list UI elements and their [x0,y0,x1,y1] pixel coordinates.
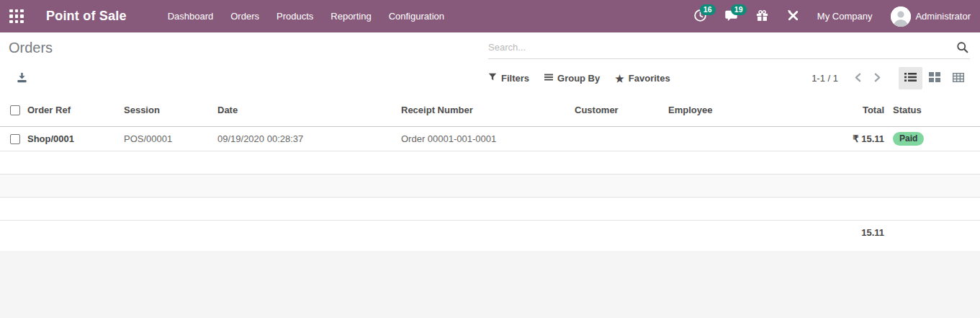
cell-total[interactable]: ₹ 15.11 [762,126,887,151]
favorites-button[interactable]: ★ Favorites [615,73,670,84]
main-menu: Dashboard Orders Products Reporting Conf… [166,8,460,25]
menu-reporting[interactable]: Reporting [329,8,372,25]
activity-count-badge: 16 [700,4,716,15]
cell-date[interactable]: 09/19/2020 00:28:37 [217,126,401,151]
message-count-badge: 19 [731,4,747,15]
navbar-systray: 16 19 [680,0,971,32]
crossed-tools-icon [786,9,800,25]
filters-label: Filters [501,73,529,84]
column-header-employee[interactable]: Employee [668,94,762,126]
apps-menu-icon[interactable] [9,9,24,24]
empty-row [0,197,980,220]
column-header-status[interactable]: Status [887,94,980,126]
gift-button[interactable] [751,0,773,32]
avatar [891,6,911,27]
pager-previous-button[interactable] [848,70,868,87]
user-menu[interactable]: Administrator [891,6,971,27]
kanban-view-button[interactable] [922,67,946,89]
pivot-view-icon [953,73,964,84]
user-name: Administrator [915,11,971,22]
cell-receipt-number[interactable]: Order 00001-001-0001 [401,126,575,151]
search-input[interactable] [488,42,955,53]
top-navbar: Point of Sale Dashboard Orders Products … [0,0,980,32]
favorites-label: Favorites [629,73,670,84]
status-badge: Paid [893,132,924,146]
cell-session[interactable]: POS/00001 [124,126,217,151]
messages-button[interactable]: 19 [720,0,742,32]
download-icon [16,71,28,86]
group-by-button[interactable]: Group By [544,73,600,84]
menu-configuration[interactable]: Configuration [387,8,446,25]
export-button[interactable] [13,69,31,89]
select-all-checkbox[interactable] [10,105,20,115]
empty-row [0,174,980,197]
control-panel: Orders [0,32,980,94]
kanban-view-icon [929,72,940,84]
column-header-session[interactable]: Session [124,94,217,126]
chevron-left-icon [854,73,862,84]
tools-button[interactable] [782,0,804,32]
menu-dashboard[interactable]: Dashboard [166,8,215,25]
menu-orders[interactable]: Orders [229,8,261,25]
pager: 1-1 / 1 [812,70,887,87]
cell-status[interactable]: Paid [887,126,980,151]
group-by-label: Group By [557,73,600,84]
funnel-icon [488,73,497,84]
cell-order-ref[interactable]: Shop/0001 [27,126,124,151]
activities-button[interactable]: 16 [689,0,711,32]
cell-customer[interactable] [575,126,668,151]
row-checkbox[interactable] [10,134,20,144]
cell-employee[interactable] [668,126,762,151]
view-switcher [899,67,970,89]
column-header-receipt-number[interactable]: Receipt Number [401,94,575,126]
star-icon: ★ [615,74,624,83]
pager-next-button[interactable] [868,70,887,87]
filters-button[interactable]: Filters [488,73,529,84]
list-view-button[interactable] [899,67,922,89]
menu-products[interactable]: Products [275,8,315,25]
app-title[interactable]: Point of Sale [46,9,127,24]
search-icon[interactable] [955,40,970,55]
search-bar [488,37,970,59]
chevron-right-icon [873,73,881,84]
column-header-total[interactable]: Total [762,94,887,126]
table-header-row: Order Ref Session Date Receipt Number Cu… [0,94,980,126]
triple-bars-icon [544,73,553,84]
gift-icon [755,9,769,25]
empty-row [0,151,980,174]
footer-total-sum: 15.11 [762,220,887,251]
company-switcher[interactable]: My Company [817,11,873,22]
list-view-icon [904,72,917,84]
pivot-view-button[interactable] [946,67,970,89]
column-header-order-ref[interactable]: Order Ref [27,94,124,126]
pager-value: 1-1 / 1 [812,73,838,84]
orders-table: Order Ref Session Date Receipt Number Cu… [0,94,980,251]
table-row[interactable]: Shop/0001 POS/00001 09/19/2020 00:28:37 … [0,126,980,151]
column-header-date[interactable]: Date [217,94,401,126]
page-title: Orders [9,40,488,56]
table-footer-row: 15.11 [0,220,980,251]
column-header-customer[interactable]: Customer [575,94,668,126]
